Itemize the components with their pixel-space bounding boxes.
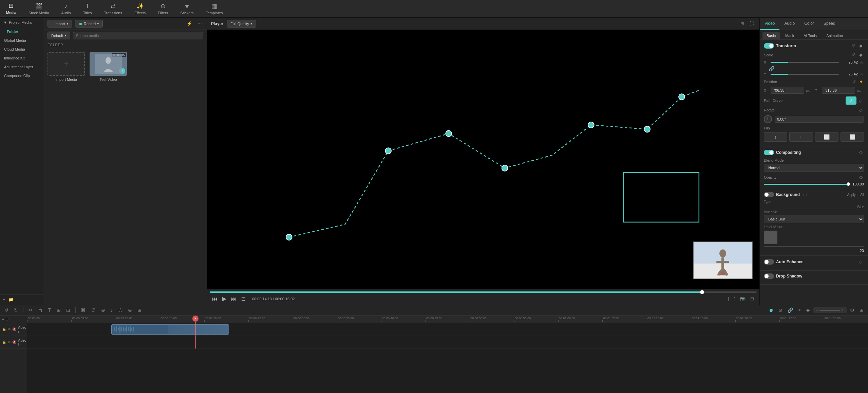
subtab-aitools[interactable]: AI Tools [799, 32, 821, 39]
scale-reset-icon[interactable]: ↺ [850, 52, 856, 58]
tl-layout-button[interactable]: ⊞ [858, 306, 865, 314]
sidebar-item-adjustment[interactable]: Adjustment Layer [0, 62, 44, 71]
nav-templates[interactable]: ▦ Templates [200, 0, 229, 17]
import-button[interactable]: ↓ Import ▾ [48, 20, 72, 28]
layout-icon[interactable]: ⊞ [749, 296, 755, 302]
filter-icon[interactable]: ⚡ [185, 20, 193, 27]
drop-shadow-toggle[interactable] [764, 273, 774, 279]
rotate-value-box[interactable]: 0.00° [775, 116, 864, 123]
blur-slider[interactable] [764, 246, 864, 247]
tl-split-button[interactable]: ⌘ [79, 306, 87, 314]
zoom-plus-icon[interactable]: + [842, 308, 844, 312]
flip-option4-button[interactable]: ⬜ [841, 132, 864, 142]
nav-stickers[interactable]: ★ Stickers [174, 0, 200, 17]
flip-vertical-button[interactable]: ↕ [764, 132, 787, 142]
subtab-basic[interactable]: Basic [762, 32, 780, 39]
tab-video[interactable]: Video [760, 18, 779, 30]
opacity-keyframe-icon[interactable]: ◇ [858, 174, 864, 180]
transform-toggle[interactable] [764, 43, 774, 49]
import-media-item[interactable]: + Import Media [48, 52, 85, 82]
sidebar-item-folder[interactable]: Folder [0, 27, 44, 36]
nav-titles[interactable]: T Titles [77, 0, 98, 17]
tab-audio[interactable]: Audio [779, 18, 799, 30]
compositing-keyframe-icon[interactable]: ◇ [858, 149, 864, 156]
snapshot-icon[interactable]: 📷 [739, 296, 747, 302]
mark-in-icon[interactable]: [ [727, 296, 731, 302]
skip-back-button[interactable]: ⏮ [211, 295, 219, 303]
tl-link-button[interactable]: 🔗 [786, 306, 795, 314]
sidebar-item-cloud[interactable]: Cloud Media [0, 45, 44, 54]
tl-copy-button[interactable]: ⊕ [126, 306, 134, 314]
auto-enhance-keyframe-icon[interactable]: ◇ [858, 258, 864, 265]
tl-settings-button[interactable]: ⚙ [848, 306, 856, 314]
sidebar-item-influence[interactable]: Influence Kit [0, 54, 44, 62]
nav-media[interactable]: ⊞ Media [0, 0, 22, 17]
tl-add-track-icon[interactable]: + [2, 317, 4, 321]
progress-thumb[interactable] [700, 290, 704, 294]
flip-option3-button[interactable]: ⬜ [815, 132, 838, 142]
scale-keyframe-icon[interactable]: ◆ [858, 52, 864, 58]
tl-crop-button[interactable]: ⊡ [64, 306, 72, 314]
position-reset-icon[interactable]: ↺ [851, 79, 857, 85]
track-lock-icon-2[interactable]: 🔒 [2, 340, 6, 344]
nav-effects[interactable]: ✨ Effects [128, 0, 152, 17]
grid-view-icon[interactable]: ⊞ [739, 20, 746, 27]
scale-x-slider[interactable] [771, 62, 839, 63]
tl-undo-button[interactable]: ↺ [3, 306, 10, 314]
transform-reset-icon[interactable]: ↺ [850, 42, 856, 49]
track-mute-icon[interactable]: 🔇 [12, 327, 16, 331]
playhead[interactable]: ✕ [195, 316, 196, 323]
play-button[interactable]: ▶ [221, 294, 227, 303]
zoom-minus-icon[interactable]: − [816, 308, 818, 312]
tl-subtitle-button[interactable]: ⊞ [55, 306, 62, 314]
tl-snap-button[interactable]: ⊙ [777, 306, 784, 314]
add-icon[interactable]: + [3, 297, 5, 302]
zoom-slider[interactable] [820, 310, 840, 311]
nav-filters[interactable]: ⊙ Filters [152, 0, 174, 17]
track-vis-icon[interactable]: 👁 [7, 327, 11, 331]
subtab-mask[interactable]: Mask [781, 32, 798, 39]
tl-paste-button[interactable]: ⊞ [136, 306, 143, 314]
track-mute-icon-2[interactable]: 🔇 [12, 340, 16, 344]
rotate-keyframe-icon[interactable]: ◇ [858, 107, 864, 113]
track-clip-video2[interactable] [111, 324, 229, 335]
position-keyframe-icon[interactable]: ◆ [858, 79, 864, 85]
folder-icon[interactable]: 📁 [8, 297, 14, 302]
tl-grid-icon[interactable]: ⊞ [5, 317, 8, 321]
nav-audio[interactable]: ♪ Audio [55, 0, 77, 17]
blur-style-select[interactable]: Basic Blur [764, 215, 864, 223]
tl-delete-button[interactable]: 🗑 [36, 306, 44, 314]
test-video-item[interactable]: 00:00:15 ✓ Test Video [90, 52, 127, 82]
auto-enhance-toggle[interactable] [764, 259, 774, 265]
scale-y-slider[interactable] [771, 74, 839, 75]
track-lock-icon[interactable]: 🔒 [2, 327, 6, 331]
tl-color-button[interactable]: ⬡ [117, 306, 124, 314]
pos-x-value[interactable]: 706.38 [771, 87, 804, 94]
pos-y-value[interactable]: -313.66 [822, 87, 855, 94]
sidebar-item-global[interactable]: Global Media [0, 36, 44, 45]
opacity-slider[interactable] [764, 184, 848, 185]
subtab-animation[interactable]: Animation [822, 32, 847, 39]
tl-zoom-button[interactable]: ⊕ [99, 306, 107, 314]
progress-bar[interactable] [210, 291, 757, 293]
skip-forward-button[interactable]: ⏭ [230, 295, 238, 303]
blend-mode-select[interactable]: Normal [764, 164, 864, 172]
background-toggle[interactable] [764, 192, 774, 197]
tl-redo-button[interactable]: ↻ [12, 306, 20, 314]
loop-button[interactable]: ⊡ [240, 294, 247, 303]
nav-transitions[interactable]: ⇄ Transitions [98, 0, 128, 17]
transform-keyframe-icon[interactable]: ◆ [858, 42, 864, 49]
tab-speed[interactable]: Speed [819, 18, 840, 30]
quality-dropdown[interactable]: Full Quality ▾ [227, 20, 256, 28]
path-curve-keyframe-icon[interactable]: ◇ [858, 97, 864, 104]
tl-record-button[interactable]: ⏺ [767, 306, 775, 314]
timeline-ruler[interactable]: 00:00:00 00:00:05:00 00:00:10:00 00:00:1… [27, 316, 868, 323]
tl-audio-button[interactable]: ♪ [109, 306, 115, 314]
path-curve-button[interactable]: ↗ [846, 96, 856, 105]
tl-marker-button[interactable]: ◈ [805, 306, 812, 314]
nav-stock[interactable]: 🎬 Stock Media [22, 0, 55, 17]
scale-link-icon[interactable]: 🔗 [769, 66, 774, 71]
tl-cut-button[interactable]: ✂ [27, 306, 34, 314]
project-media-header[interactable]: ▼ Project Media [0, 18, 44, 27]
mark-out-icon[interactable]: ] [733, 296, 737, 302]
